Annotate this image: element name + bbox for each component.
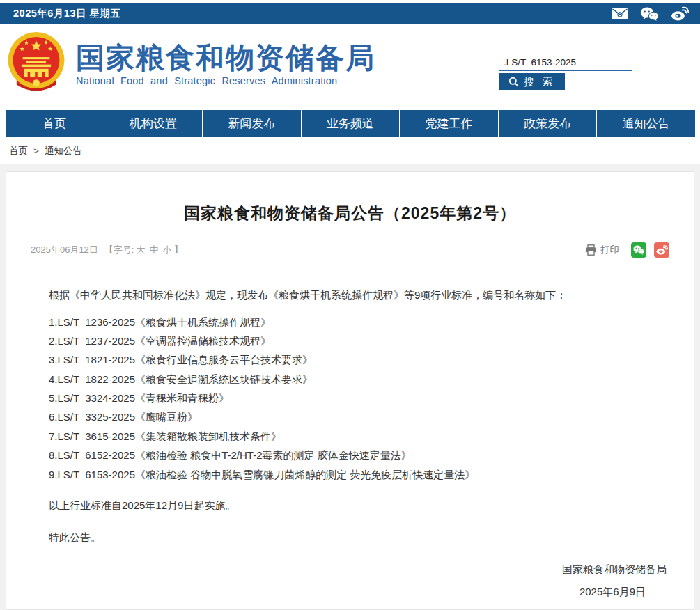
breadcrumb-home-link[interactable]: 首页 bbox=[9, 145, 28, 157]
mail-icon[interactable] bbox=[612, 8, 628, 19]
standard-item-4: 4.LS/T 1822-2025《粮食安全追溯系统区块链技术要求》 bbox=[28, 374, 672, 385]
standard-item-7: 7.LS/T 3615-2025《集装箱散粮装卸机技术条件》 bbox=[28, 431, 672, 442]
national-emblem-icon bbox=[6, 31, 67, 97]
standard-item-5: 5.LS/T 3324-2025《青稞米和青稞粉》 bbox=[28, 393, 672, 404]
top-bar: 2025年6月13日 星期五 bbox=[0, 3, 700, 24]
nav-item-organization[interactable]: 机构设置 bbox=[104, 110, 203, 137]
breadcrumb-current-link[interactable]: 通知公告 bbox=[45, 145, 82, 157]
breadcrumb: 首页 > 通知公告 bbox=[0, 137, 700, 164]
font-size-suffix: 】 bbox=[173, 244, 182, 256]
nav-item-label: 政策发布 bbox=[524, 116, 571, 132]
topbar-icon-group bbox=[612, 6, 689, 21]
search-input[interactable] bbox=[499, 54, 632, 71]
article-meta-left: 2025年06月12日 【字号: 大 中 小 】 bbox=[31, 244, 182, 256]
nav-item-policy[interactable]: 政策发布 bbox=[499, 110, 598, 137]
article-meta-right: 打印 bbox=[585, 242, 669, 258]
search-button[interactable]: 搜 索 bbox=[499, 73, 565, 90]
wechat-share-icon[interactable] bbox=[631, 242, 646, 258]
site-name-english: National Food and Strategic Reserves Adm… bbox=[76, 75, 375, 86]
publish-date: 2025年06月12日 bbox=[31, 244, 98, 256]
font-size-prefix: 【字号: bbox=[104, 244, 134, 256]
closing-statement: 特此公告。 bbox=[28, 531, 672, 545]
print-button[interactable]: 打印 bbox=[585, 244, 619, 256]
signature-date: 2025年6月9日 bbox=[28, 586, 646, 599]
print-label: 打印 bbox=[600, 244, 619, 256]
standard-item-8: 8.LS/T 6152-2025《粮油检验 粮食中T-2/HT-2毒素的测定 胶… bbox=[28, 450, 672, 461]
nav-item-label: 机构设置 bbox=[130, 116, 177, 132]
page-background: 国家粮食和物资储备局公告（2025年第2号） 2025年06月12日 【字号: … bbox=[0, 164, 700, 610]
current-date: 2025年6月13日 星期五 bbox=[13, 7, 120, 20]
breadcrumb-separator: > bbox=[33, 146, 39, 156]
nav-item-business[interactable]: 业务频道 bbox=[302, 110, 400, 137]
standard-item-3: 3.LS/T 1821-2025《粮食行业信息服务云平台技术要求》 bbox=[28, 354, 672, 366]
standard-item-2: 2.LS/T 1237-2025《空调器控温储粮技术规程》 bbox=[28, 336, 672, 347]
site-logo[interactable]: 国家粮食和物资储备局 National Food and Strategic R… bbox=[6, 31, 375, 97]
implementation-note: 以上行业标准自2025年12月9日起实施。 bbox=[28, 499, 672, 513]
nav-item-notices[interactable]: 通知公告 bbox=[597, 110, 695, 137]
wechat-icon[interactable] bbox=[640, 7, 659, 21]
search-button-label: 搜 索 bbox=[524, 75, 555, 88]
nav-item-label: 通知公告 bbox=[623, 116, 670, 132]
nav-item-label: 首页 bbox=[42, 116, 66, 132]
search-icon bbox=[508, 77, 519, 87]
main-nav: 首页 机构设置 新闻发布 业务频道 党建工作 政策发布 通知公告 bbox=[6, 110, 695, 137]
signature: 国家粮食和物资储备局 bbox=[28, 563, 667, 577]
nav-item-label: 党建工作 bbox=[426, 116, 473, 132]
nav-item-label: 业务频道 bbox=[327, 116, 374, 132]
standard-item-9: 9.LS/T 6153-2025《粮油检验 谷物中脱氧雪腐镰刀菌烯醇的测定 荧光… bbox=[28, 469, 672, 480]
article-meta-row: 2025年06月12日 【字号: 大 中 小 】 bbox=[28, 242, 672, 267]
font-size-medium-button[interactable]: 中 bbox=[149, 244, 158, 256]
page-title: 国家粮食和物资储备局公告（2025年第2号） bbox=[28, 172, 672, 242]
site-header: 国家粮食和物资储备局 National Food and Strategic R… bbox=[0, 24, 700, 110]
standard-item-1: 1.LS/T 1236-2025《粮食烘干机系统操作规程》 bbox=[28, 317, 672, 328]
announcement-body: 根据《中华人民共和国标准化法》规定，现发布《粮食烘干机系统操作规程》等9项行业标… bbox=[28, 267, 672, 610]
nav-item-news[interactable]: 新闻发布 bbox=[203, 110, 302, 137]
site-name: 国家粮食和物资储备局 National Food and Strategic R… bbox=[76, 42, 375, 86]
nav-item-party-building[interactable]: 党建工作 bbox=[400, 110, 499, 137]
standard-item-6: 6.LS/T 3325-2025《鹰嘴豆粉》 bbox=[28, 412, 672, 423]
announcement-container: 国家粮食和物资储备局公告（2025年第2号） 2025年06月12日 【字号: … bbox=[6, 171, 694, 610]
font-size-large-button[interactable]: 大 bbox=[136, 244, 145, 256]
nav-item-home[interactable]: 首页 bbox=[6, 110, 104, 137]
nav-item-label: 新闻发布 bbox=[228, 116, 275, 132]
site-name-chinese: 国家粮食和物资储备局 bbox=[76, 42, 375, 75]
weibo-icon[interactable] bbox=[671, 6, 689, 21]
weibo-share-icon[interactable] bbox=[654, 242, 669, 258]
announcement-intro: 根据《中华人民共和国标准化法》规定，现发布《粮食烘干机系统操作规程》等9项行业标… bbox=[28, 288, 672, 304]
font-size-small-button[interactable]: 小 bbox=[162, 244, 171, 256]
site-search: 搜 索 bbox=[499, 54, 632, 90]
printer-icon bbox=[585, 244, 597, 256]
